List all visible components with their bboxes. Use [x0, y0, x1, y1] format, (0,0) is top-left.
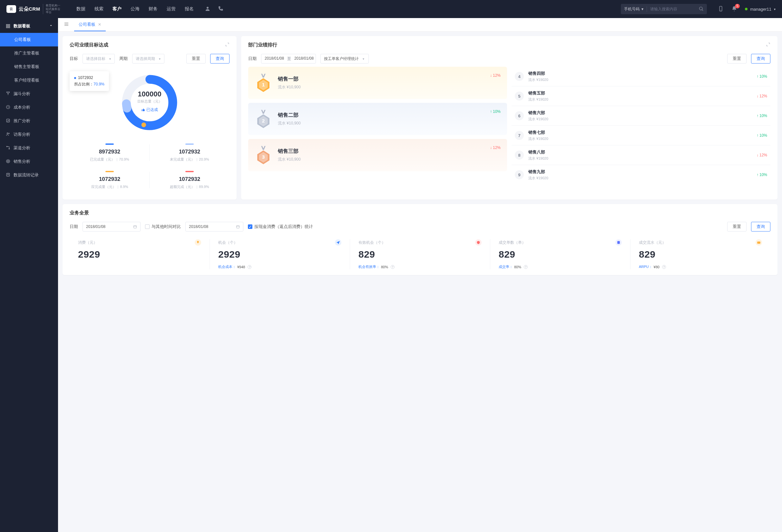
overview-icon: [755, 239, 762, 246]
sidebar-item[interactable]: 漏斗分析: [0, 87, 58, 101]
arrow-icon: ↓: [756, 94, 758, 98]
search-icon[interactable]: [695, 6, 707, 12]
user-icon[interactable]: [205, 6, 211, 12]
sidebar-sub-item[interactable]: 公司看板: [0, 33, 58, 46]
rank-number: 6: [515, 111, 524, 120]
top-nav-item[interactable]: 公海: [131, 6, 140, 12]
mobile-icon[interactable]: [718, 6, 724, 12]
search-type-select[interactable]: 手机号码 ▾: [621, 6, 647, 12]
sidebar-icon: [6, 132, 10, 137]
rank-sub: 流水 ¥19020: [528, 77, 548, 82]
logo-icon: 云: [6, 5, 16, 13]
metric-label: 应完成量（元）|8.9%: [70, 184, 149, 189]
user-menu[interactable]: manager11 ▾: [745, 7, 776, 11]
date-input-2[interactable]: 2018/01/08: [185, 222, 243, 232]
rank-name: 销售九部: [528, 169, 548, 175]
rank-list-item[interactable]: 8销售八部流水 ¥19020↓12%: [511, 145, 771, 165]
search-input[interactable]: [647, 7, 695, 11]
overview-cell: 机会（个）2929机会成本：¥948?: [210, 239, 350, 269]
rank-list-item[interactable]: 7销售七部流水 ¥19020↑10%: [511, 126, 771, 145]
tab-company-dashboard[interactable]: 公司看板 ✕: [74, 18, 106, 31]
checkbox-icon: [145, 224, 149, 229]
svg-line-2: [702, 9, 703, 10]
card-title: 公司业绩目标达成: [70, 42, 108, 48]
rank-list-item[interactable]: 4销售四部流水 ¥19020↑10%: [511, 67, 771, 86]
sidebar-sub-item[interactable]: 推广主管看板: [0, 46, 58, 60]
rank-delta: ↑10%: [756, 173, 767, 177]
top-nav-item[interactable]: 客户: [112, 6, 121, 12]
rank-top-item[interactable]: 2销售二部流水 ¥10,900↑10%: [248, 103, 507, 135]
expand-icon[interactable]: [766, 42, 771, 48]
cash-stat-checkbox[interactable]: ✓ 按现金消费（返点后消费）统计: [248, 224, 313, 229]
top-nav-item[interactable]: 线索: [95, 6, 104, 12]
help-icon[interactable]: ?: [391, 265, 395, 269]
filter-date-label: 日期: [70, 224, 78, 229]
stat-mode-select[interactable]: 按工单客户经理统计▾: [320, 54, 369, 64]
notification-button[interactable]: 5: [732, 6, 737, 12]
rank-delta: ↓12%: [756, 153, 767, 157]
top-nav-item[interactable]: 数据: [76, 6, 85, 12]
metric-bar-icon: [105, 143, 114, 145]
sidebar-sub-item[interactable]: 销售主管看板: [0, 60, 58, 73]
sidebar-collapse-button[interactable]: [61, 20, 72, 29]
close-icon[interactable]: ✕: [98, 22, 101, 27]
rank-list-item[interactable]: 5销售五部流水 ¥19020↓12%: [511, 86, 771, 106]
overview-label: 成交单数（单）: [499, 240, 526, 245]
rank-sub: 流水 ¥10,900: [278, 120, 301, 126]
overview-label: 有效机会（个）: [358, 240, 386, 245]
sidebar-item[interactable]: 数据流转记录: [0, 168, 58, 182]
logo-text: 云朵CRM: [19, 6, 40, 12]
svg-point-13: [6, 146, 7, 147]
metric-bar-icon: [185, 171, 194, 172]
help-icon[interactable]: ?: [662, 265, 666, 269]
rank-list-item[interactable]: 6销售六部流水 ¥19020↑10%: [511, 106, 771, 126]
top-nav-item[interactable]: 运营: [167, 6, 176, 12]
sidebar-group-dashboard[interactable]: 数据看板 ⌃: [0, 19, 58, 33]
overview-footer: 机会成本：¥948?: [218, 264, 341, 269]
rank-name: 销售五部: [528, 90, 548, 96]
rank-list-item[interactable]: 9销售九部流水 ¥19020↑10%: [511, 165, 771, 184]
query-button[interactable]: 查询: [751, 54, 771, 64]
query-button[interactable]: 查询: [751, 222, 771, 232]
sidebar-item[interactable]: 销售分析: [0, 155, 58, 168]
arrow-icon: ↑: [756, 133, 758, 138]
query-button[interactable]: 查询: [210, 54, 229, 64]
reset-button[interactable]: 重置: [727, 54, 747, 64]
rank-delta: ↑10%: [756, 74, 767, 79]
rank-top3: 1销售一部流水 ¥10,900↓12%2销售二部流水 ¥10,900↑10%3销…: [248, 67, 507, 184]
chevron-down-icon: ▾: [109, 57, 111, 61]
filter-period-label: 周期: [119, 56, 128, 62]
sidebar-sub-item[interactable]: 客户经理看板: [0, 73, 58, 87]
svg-point-26: [142, 122, 146, 127]
date-from-input[interactable]: 2018/01/08至2018/01/08: [261, 54, 316, 64]
target-select[interactable]: 请选择目标▾: [82, 54, 115, 64]
top-nav-item[interactable]: 报名: [185, 6, 194, 12]
arrow-icon: ↓: [490, 73, 492, 78]
overview-cell: 消费（元）2929: [70, 239, 210, 269]
reset-button[interactable]: 重置: [727, 222, 747, 232]
sidebar-item[interactable]: 访客分析: [0, 128, 58, 141]
sidebar-item[interactable]: 成本分析: [0, 101, 58, 114]
help-icon[interactable]: ?: [524, 265, 528, 269]
overview-footer: ARPU：¥80?: [639, 264, 762, 269]
date-input-1[interactable]: 2018/01/08: [82, 222, 141, 232]
rank-top-item[interactable]: 1销售一部流水 ¥10,900↓12%: [248, 67, 507, 99]
reset-button[interactable]: 重置: [186, 54, 206, 64]
overview-value: 829: [358, 249, 482, 260]
checkbox-icon: ✓: [248, 224, 252, 229]
top-nav-item[interactable]: 财务: [149, 6, 157, 12]
rank-name: 销售六部: [528, 110, 548, 116]
chevron-down-icon: ▾: [159, 57, 161, 61]
rank-top-item[interactable]: 3销售三部流水 ¥10,900↓12%: [248, 139, 507, 171]
rank-sub: 流水 ¥10,900: [278, 157, 301, 162]
compare-checkbox[interactable]: 与其他时间对比: [145, 224, 181, 229]
period-select[interactable]: 请选择周期▾: [132, 54, 165, 64]
sidebar-item[interactable]: 推广分析: [0, 114, 58, 128]
sidebar-item[interactable]: 渠道分析: [0, 141, 58, 155]
donut-status: 已达成: [141, 107, 158, 112]
expand-icon[interactable]: [225, 42, 229, 48]
help-icon[interactable]: ?: [248, 265, 251, 269]
arrow-icon: ↓: [490, 145, 492, 150]
phone-icon[interactable]: [218, 6, 223, 12]
arrow-icon: ↑: [490, 109, 492, 114]
